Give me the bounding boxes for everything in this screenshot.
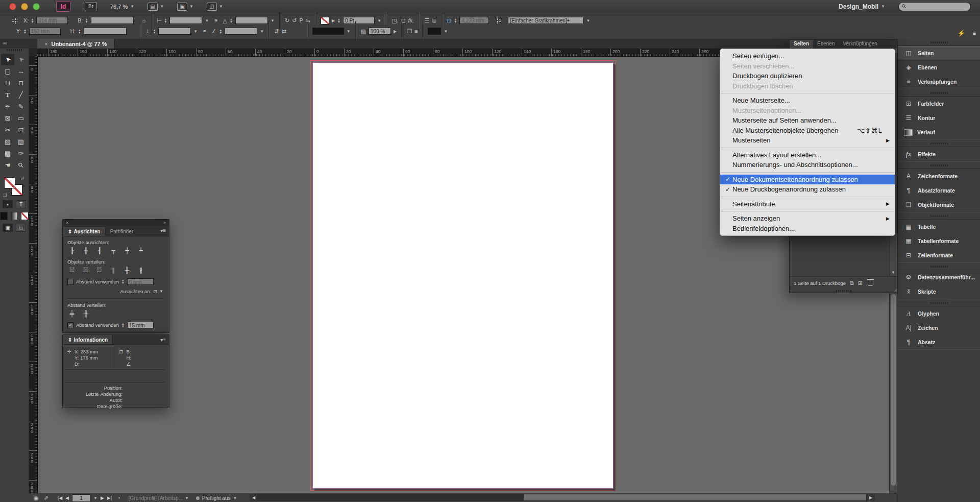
preview-swatch[interactable] — [428, 28, 441, 35]
text-wrap-icon[interactable]: ≡ — [414, 29, 418, 34]
default-fill-stroke-icon[interactable]: ❏ — [3, 193, 7, 198]
pages-panel-tab[interactable]: Seiten — [790, 40, 813, 49]
flip-vertical-icon[interactable]: ⇵ — [274, 29, 279, 34]
height-stepper[interactable]: ▲▼ — [78, 29, 81, 34]
scale-x-field[interactable] — [169, 17, 202, 24]
fill-stroke-control[interactable]: ⇄ ❏ — [4, 177, 24, 197]
dock-item-ebenen[interactable]: ◈ Ebenen — [897, 60, 980, 75]
search-box[interactable]: ⚲ — [898, 2, 971, 11]
horizontal-scrollbar-thumb[interactable] — [258, 494, 524, 500]
last-page-button[interactable]: ▶| — [107, 495, 112, 500]
corner-radius-stepper[interactable]: ▲▼ — [454, 18, 457, 23]
dock-item-glyphen[interactable]: A Glyphen — [897, 306, 980, 321]
zoom-level-dropdown[interactable]: 76,7 %▼ — [110, 4, 134, 10]
scroll-left-button[interactable]: ◀ — [250, 494, 258, 501]
dock-item-tabelle[interactable]: ▦ Tabelle — [897, 220, 980, 234]
view-options-dropdown[interactable]: ▤▼ — [148, 3, 164, 11]
x-field[interactable]: 314 mm — [36, 17, 68, 24]
rotate-cw-icon[interactable]: ↻ — [285, 18, 289, 23]
dock-item-datenzusammenfuehrung[interactable]: ⚙ Datenzusammenführ... — [897, 270, 980, 284]
stroke-type-dropdown[interactable] — [312, 28, 344, 35]
dock-item-absatz[interactable]: ¶ Absatz — [897, 335, 980, 349]
preview-mode-button[interactable]: □ — [16, 224, 26, 232]
use-spacing2-checkbox[interactable]: ✓ — [67, 322, 74, 328]
distribute-hspace-icon[interactable]: ╫ — [81, 310, 90, 317]
window-close-button[interactable] — [9, 3, 16, 10]
align-right-icon[interactable]: ┨ — [95, 247, 104, 254]
shear-field[interactable] — [235, 17, 268, 24]
dock-item-zeichen[interactable]: A| Zeichen — [897, 321, 980, 335]
dock-item-verknuepfungen[interactable]: ⚭ Verknüpfungen — [897, 75, 980, 89]
x-stepper[interactable]: ▲▼ — [31, 18, 34, 23]
new-page-icon[interactable]: ⊞ — [858, 280, 863, 286]
free-transform-tool[interactable]: ⊡ — [14, 124, 28, 136]
y-field[interactable]: 152 mm — [29, 28, 61, 35]
width-field[interactable] — [91, 17, 134, 24]
dock-grip[interactable] — [897, 89, 980, 96]
window-arrange-dropdown[interactable]: ◫▼ — [207, 3, 223, 11]
menu-item[interactable]: Seitenattribute ▶ — [720, 199, 895, 209]
formatting-affects-text-button[interactable]: T — [16, 200, 26, 208]
normal-view-mode-button[interactable]: ▣ — [3, 224, 13, 232]
stroke-weight-field[interactable]: 0 Pt — [343, 17, 375, 24]
rectangle-tool[interactable]: ▭ — [14, 112, 28, 124]
dock-item-objektformate[interactable]: ❏ Objektformate — [897, 198, 980, 212]
rotate-ccw-icon[interactable]: ↺ — [292, 18, 297, 23]
object-style-dropdown[interactable]: [Einfacher Grafikrahmen]+ — [508, 17, 583, 24]
page-tool[interactable]: ▢ — [1, 65, 14, 77]
search-input[interactable] — [908, 3, 961, 10]
align-to-icon[interactable]: ⊡ — [153, 289, 157, 294]
panel-menu-icon[interactable]: ▾≡ — [160, 228, 166, 233]
rectangle-frame-tool[interactable]: ⊠ — [1, 112, 14, 124]
dock-item-skripte[interactable]: § Skripte — [897, 284, 980, 299]
apply-gradient-button[interactable] — [11, 212, 18, 220]
wrap-none-icon[interactable]: ☰ — [424, 18, 429, 23]
effects-icon[interactable]: fx. — [408, 18, 414, 23]
spacing-field[interactable]: 0 mm — [127, 278, 154, 285]
menu-item[interactable]: Nummerierungs- und Abschnittsoptionen... — [720, 160, 895, 170]
menu-item[interactable]: Druckbogen löschen — [720, 81, 895, 91]
first-page-button[interactable]: |◀ — [58, 495, 62, 500]
menu-item[interactable] — [721, 197, 894, 197]
window-zoom-button[interactable] — [33, 3, 40, 10]
rotate-angle-field[interactable] — [225, 28, 257, 35]
collapse-panel-icon[interactable]: » — [163, 220, 166, 225]
dock-grip[interactable] — [897, 39, 980, 45]
align-left-icon[interactable]: ┠ — [67, 247, 77, 254]
view-options-button[interactable]: ◉ — [34, 495, 39, 501]
gap-tool[interactable]: ↔ — [14, 65, 28, 77]
drop-shadow-icon[interactable]: ❐ — [407, 29, 412, 34]
vertical-scrollbar-thumb[interactable] — [891, 294, 896, 486]
close-panel-icon[interactable]: × — [66, 220, 68, 225]
reference-point-proxy[interactable] — [11, 17, 18, 24]
content-collector-tool[interactable]: ⊔ — [1, 77, 14, 89]
corner-options-icon[interactable]: ◳. — [391, 18, 398, 23]
note-tool[interactable]: ▤ — [1, 148, 14, 159]
dock-grip[interactable] — [897, 162, 980, 169]
quick-apply-icon[interactable]: ⚡ — [958, 30, 965, 37]
scale-y-stepper[interactable]: ▲▼ — [153, 29, 156, 34]
resize-grip-icon[interactable]: ◢ — [894, 288, 897, 292]
workspace-switcher[interactable]: Design_Mobil▼ — [839, 3, 885, 10]
menu-item[interactable] — [721, 172, 894, 173]
dock-item-farbfelder[interactable]: ⊞ Farbfelder — [897, 97, 980, 111]
vertical-ruler[interactable]: 020406080100120140160180200220240260280 — [29, 56, 38, 493]
scale-constrain-icon[interactable]: ☼ — [141, 18, 146, 23]
dock-item-kontur[interactable]: ☰ Kontur — [897, 111, 980, 125]
distribute-vspace-icon[interactable]: ╪ — [67, 310, 77, 317]
wrap-around-icon[interactable]: ≣ — [432, 18, 436, 23]
align-vcenter-icon[interactable]: ┿ — [122, 247, 132, 254]
delete-page-icon[interactable] — [868, 280, 873, 286]
page-dropdown-icon[interactable]: ▼ — [93, 496, 97, 500]
scissors-tool[interactable]: ✂ — [1, 124, 14, 136]
menu-item[interactable]: Alle Musterseitenobjekte übergehen ⌥⇧⌘L — [720, 126, 895, 136]
shear-stepper[interactable]: ▲▼ — [230, 18, 233, 23]
window-minimize-button[interactable] — [21, 3, 28, 10]
scroll-down-icon[interactable]: ▼ — [891, 270, 895, 275]
distribute-bottom-icon[interactable]: ☲ — [95, 267, 104, 274]
fill-swatch-none[interactable] — [321, 17, 329, 25]
menu-item[interactable] — [721, 211, 894, 211]
dock-item-zeichenformate[interactable]: A Zeichenformate — [897, 169, 980, 183]
dock-item-absatzformate[interactable]: ¶ Absatzformate — [897, 183, 980, 198]
apply-color-button[interactable] — [0, 212, 8, 220]
